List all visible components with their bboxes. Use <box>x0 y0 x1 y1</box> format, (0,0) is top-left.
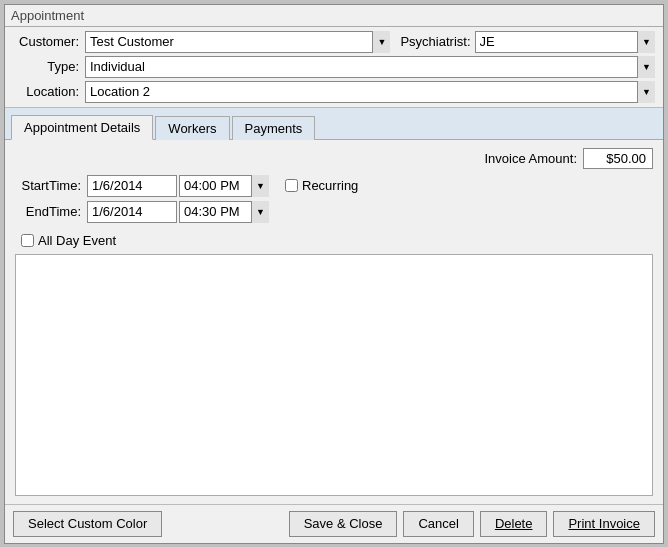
footer: Select Custom Color Save & Close Cancel … <box>5 504 663 543</box>
location-label: Location: <box>13 84 85 99</box>
appointment-window: Appointment Customer: Test Customer ▼ Ps… <box>4 4 664 544</box>
end-time-select-wrapper[interactable]: 04:30 PM ▼ <box>179 201 269 223</box>
all-day-label: All Day Event <box>38 233 116 248</box>
recurring-checkbox[interactable] <box>285 179 298 192</box>
customer-input-group: Test Customer ▼ Psychiatrist: JE ▼ <box>85 31 655 53</box>
window-title: Appointment <box>11 8 84 23</box>
customer-label: Customer: <box>13 34 85 49</box>
location-select[interactable]: Location 2 <box>85 81 655 103</box>
psychiatrist-select-wrapper[interactable]: JE ▼ <box>475 31 655 53</box>
delete-label: Delete <box>495 516 533 531</box>
recurring-group: Recurring <box>285 178 358 193</box>
tabs-row: Appointment Details Workers Payments <box>11 114 657 139</box>
type-label: Type: <box>13 59 85 74</box>
start-time-select[interactable]: 04:00 PM <box>179 175 269 197</box>
datetime-section: StartTime: 04:00 PM ▼ Recurring EndTime: <box>15 175 653 227</box>
all-day-checkbox[interactable] <box>21 234 34 247</box>
start-time-label: StartTime: <box>15 178 87 193</box>
all-day-row: All Day Event <box>21 233 653 248</box>
psychiatrist-select[interactable]: JE <box>475 31 655 53</box>
invoice-row: Invoice Amount: $50.00 <box>15 148 653 169</box>
start-time-row: StartTime: 04:00 PM ▼ Recurring <box>15 175 653 197</box>
end-time-label: EndTime: <box>15 204 87 219</box>
customer-select[interactable]: Test Customer <box>85 31 390 53</box>
type-select-wrapper[interactable]: Individual ▼ <box>85 56 655 78</box>
location-row: Location: Location 2 ▼ <box>13 81 655 103</box>
select-custom-color-button[interactable]: Select Custom Color <box>13 511 162 537</box>
recurring-checkbox-label[interactable]: Recurring <box>285 178 358 193</box>
location-select-wrapper[interactable]: Location 2 ▼ <box>85 81 655 103</box>
delete-button[interactable]: Delete <box>480 511 548 537</box>
start-time-select-wrapper[interactable]: 04:00 PM ▼ <box>179 175 269 197</box>
invoice-amount-value: $50.00 <box>583 148 653 169</box>
tab-appointment-details[interactable]: Appointment Details <box>11 115 153 140</box>
recurring-label: Recurring <box>302 178 358 193</box>
tabs-container: Appointment Details Workers Payments <box>5 108 663 140</box>
tab-payments[interactable]: Payments <box>232 116 316 140</box>
tab-workers[interactable]: Workers <box>155 116 229 140</box>
cancel-button[interactable]: Cancel <box>403 511 473 537</box>
invoice-amount-label: Invoice Amount: <box>485 151 578 166</box>
type-select[interactable]: Individual <box>85 56 655 78</box>
end-time-select[interactable]: 04:30 PM <box>179 201 269 223</box>
customer-row: Customer: Test Customer ▼ Psychiatrist: … <box>13 31 655 53</box>
psychiatrist-group: Psychiatrist: JE ▼ <box>400 31 655 53</box>
customer-select-wrapper[interactable]: Test Customer ▼ <box>85 31 390 53</box>
tab-content-appointment-details: Invoice Amount: $50.00 StartTime: 04:00 … <box>5 140 663 504</box>
form-section: Customer: Test Customer ▼ Psychiatrist: … <box>5 27 663 108</box>
save-close-button[interactable]: Save & Close <box>289 511 398 537</box>
psychiatrist-label: Psychiatrist: <box>400 34 470 49</box>
end-date-input[interactable] <box>87 201 177 223</box>
print-invoice-button[interactable]: Print Invoice <box>553 511 655 537</box>
print-invoice-label: Print Invoice <box>568 516 640 531</box>
end-time-row: EndTime: 04:30 PM ▼ <box>15 201 653 223</box>
window-titlebar: Appointment <box>5 5 663 27</box>
start-date-input[interactable] <box>87 175 177 197</box>
notes-textarea[interactable] <box>15 254 653 496</box>
type-row: Type: Individual ▼ <box>13 56 655 78</box>
all-day-checkbox-label[interactable]: All Day Event <box>21 233 116 248</box>
